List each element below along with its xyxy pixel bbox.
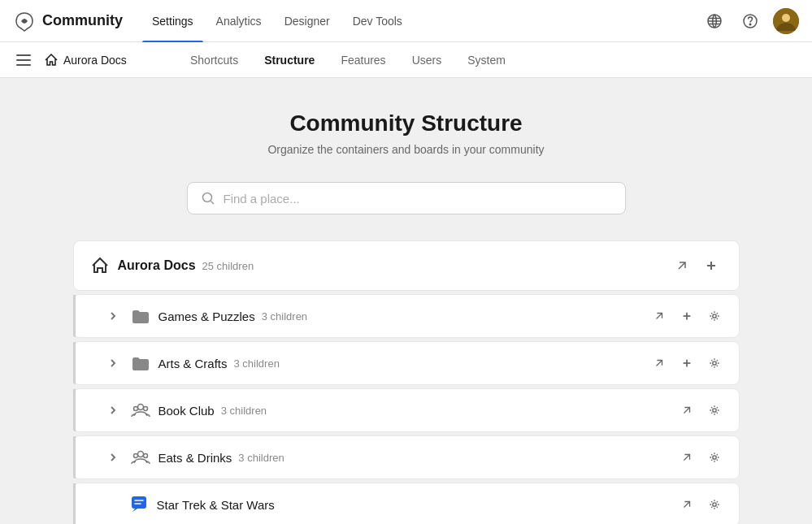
settings-button-eats[interactable] — [703, 446, 726, 469]
search-box — [187, 182, 626, 214]
expand-icon-startrek — [681, 499, 693, 510]
community-icon-eats — [131, 448, 150, 467]
expand-button-arts[interactable] — [648, 352, 671, 375]
root-expand-button[interactable] — [671, 254, 693, 277]
secondary-nav-structure[interactable]: Structure — [253, 42, 326, 78]
settings-button-startrek[interactable] — [703, 493, 726, 516]
globe-icon — [706, 13, 723, 29]
nav-item-devtools[interactable]: Dev Tools — [343, 0, 412, 42]
add-button-games[interactable] — [675, 305, 698, 327]
item-title-eats: Eats & Drinks — [158, 451, 232, 465]
secondary-navigation: Aurora Docs Shortcuts Structure Features… — [0, 42, 812, 78]
svg-point-10 — [143, 407, 147, 411]
secondary-nav-features[interactable]: Features — [329, 42, 397, 78]
add-icon — [705, 259, 718, 272]
item-actions-games — [648, 305, 726, 327]
avatar-image — [773, 8, 799, 34]
item-title-games: Games & Puzzles — [158, 310, 255, 323]
nav-item-analytics[interactable]: Analytics — [206, 0, 271, 42]
root-home-icon — [90, 256, 110, 275]
community-icon-bookclub — [131, 401, 150, 420]
tree-item-eats: Eats & Drinks 3 children — [73, 435, 740, 479]
secondary-nav-users[interactable]: Users — [401, 42, 454, 78]
top-navigation: Community Settings Analytics Designer De… — [0, 0, 812, 42]
settings-button-games[interactable] — [703, 305, 726, 327]
add-icon-arts — [681, 357, 693, 369]
svg-point-5 — [202, 193, 211, 202]
search-container — [187, 182, 626, 214]
page-title: Community Structure — [16, 110, 796, 136]
gear-icon-arts — [709, 357, 720, 369]
hamburger-line-2 — [16, 59, 31, 61]
expand-button-eats[interactable] — [675, 446, 698, 469]
help-button[interactable] — [737, 8, 763, 34]
gear-icon-bookclub — [709, 405, 720, 416]
tree-item-startrek: Star Trek & Star Wars — [73, 483, 740, 524]
item-actions-startrek — [675, 493, 726, 516]
settings-button-arts[interactable] — [703, 352, 726, 375]
chevron-button-eats[interactable] — [103, 448, 123, 467]
chevron-right-icon — [108, 358, 118, 368]
chevron-button-games[interactable] — [103, 306, 123, 326]
tree-children: Games & Puzzles 3 children — [73, 294, 740, 524]
home-label: Aurora Docs — [63, 54, 127, 67]
page-subtitle: Organize the containers and boards in yo… — [16, 143, 796, 156]
expand-button-games[interactable] — [648, 305, 671, 327]
top-nav-right — [701, 8, 799, 34]
chevron-right-icon — [108, 405, 118, 415]
item-count-eats: 3 children — [238, 452, 284, 464]
chevron-button-arts[interactable] — [103, 353, 123, 373]
home-icon — [44, 53, 59, 67]
secondary-nav-shortcuts[interactable]: Shortcuts — [179, 42, 250, 78]
svg-point-14 — [143, 454, 147, 458]
secondary-nav-system[interactable]: System — [456, 42, 517, 78]
expand-icon-games — [654, 310, 665, 322]
svg-rect-16 — [132, 496, 146, 509]
hamburger-line-3 — [16, 64, 31, 66]
nav-item-designer[interactable]: Designer — [275, 0, 340, 42]
svg-point-15 — [712, 456, 715, 459]
svg-point-8 — [137, 405, 143, 410]
add-button-arts[interactable] — [675, 352, 698, 375]
gear-icon-eats — [709, 452, 720, 463]
globe-button[interactable] — [701, 8, 727, 34]
chevron-right-icon — [108, 453, 118, 462]
item-count-games: 3 children — [262, 310, 307, 323]
logo-icon — [13, 10, 36, 32]
folder-icon-arts — [131, 355, 150, 371]
item-title-startrek: Star Trek & Star Wars — [157, 498, 275, 512]
chevron-button-bookclub[interactable] — [103, 401, 123, 420]
root-add-button[interactable] — [700, 254, 723, 277]
expand-icon — [675, 259, 688, 272]
expand-icon-bookclub — [681, 405, 693, 416]
expand-icon-eats — [681, 452, 693, 463]
home-link[interactable]: Aurora Docs — [44, 53, 127, 67]
chevron-right-icon — [108, 311, 118, 321]
gear-icon-startrek — [709, 499, 720, 510]
add-icon-games — [681, 310, 693, 322]
brand-logo[interactable]: Community — [13, 10, 123, 32]
search-input[interactable] — [224, 192, 612, 206]
item-actions-bookclub — [675, 399, 726, 422]
help-icon — [742, 13, 758, 29]
expand-button-startrek[interactable] — [675, 493, 698, 516]
expand-button-bookclub[interactable] — [675, 399, 698, 422]
item-title-arts: Arts & Crafts — [158, 357, 228, 370]
folder-icon-games — [131, 308, 150, 324]
user-avatar[interactable] — [773, 8, 799, 34]
tree-container: Aurora Docs 25 children — [73, 240, 740, 524]
root-count: 25 children — [202, 260, 254, 272]
search-icon — [201, 191, 215, 206]
item-count-arts: 3 children — [234, 357, 280, 370]
hamburger-button[interactable] — [13, 51, 34, 69]
settings-button-bookclub[interactable] — [703, 399, 726, 422]
svg-point-12 — [137, 452, 143, 457]
chat-icon-startrek — [131, 496, 149, 513]
svg-point-6 — [712, 314, 715, 318]
root-actions — [671, 254, 723, 277]
root-title: Aurora Docs — [118, 258, 196, 273]
secondary-nav-left: Aurora Docs — [13, 51, 176, 69]
tree-item-arts: Arts & Crafts 3 children — [73, 341, 740, 385]
svg-point-11 — [712, 409, 715, 412]
nav-item-settings[interactable]: Settings — [142, 0, 203, 42]
